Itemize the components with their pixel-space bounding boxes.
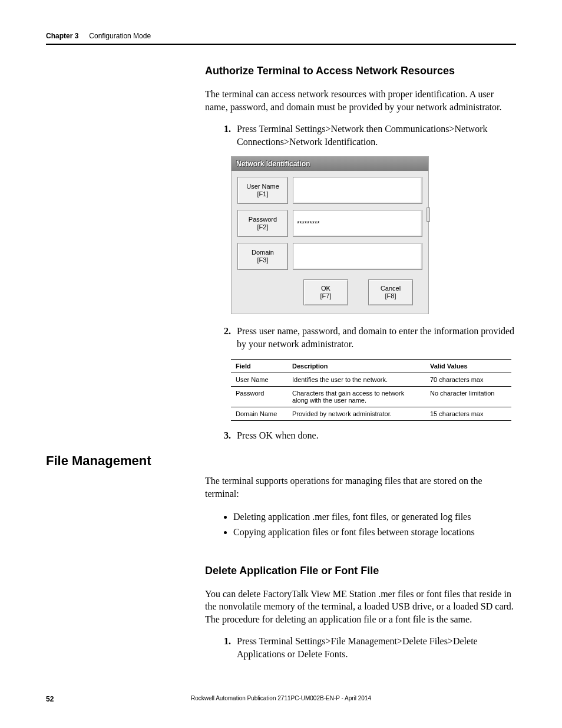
user-name-input[interactable]: [293, 177, 422, 204]
section2-step1: Press Terminal Settings>File Management>…: [233, 635, 516, 660]
page-number: 52: [46, 695, 54, 703]
publication-id: Rockwell Automation Publication 2711PC-U…: [191, 695, 371, 701]
section1-step3: Press OK when done.: [233, 429, 516, 442]
domain-button[interactable]: Domain [F3]: [237, 243, 288, 270]
table-row: User Name Identifies the user to the net…: [231, 373, 511, 386]
th-desc: Description: [287, 359, 425, 373]
chapter-label: Chapter 3: [46, 32, 78, 40]
password-button[interactable]: Password [F2]: [237, 210, 288, 237]
cancel-button[interactable]: Cancel [F8]: [368, 279, 413, 305]
section2-bullets: Deleting application .mer files, font fi…: [205, 509, 516, 539]
bullet-delete: Deleting application .mer files, font fi…: [233, 509, 516, 525]
bullet-copy: Copying application files or font files …: [233, 525, 516, 540]
section-heading-delete: Delete Application File or Font File: [205, 565, 516, 577]
section1-step1: Press Terminal Settings>Network then Com…: [233, 123, 516, 148]
side-heading-file-management: File Management: [46, 453, 151, 469]
section1-step2: Press user name, password, and domain to…: [233, 325, 516, 350]
th-field: Field: [231, 359, 287, 373]
section2-para: You can delete FactoryTalk View ME Stati…: [205, 588, 516, 626]
section2-intro: The terminal supports operations for man…: [205, 475, 516, 500]
table-row: Password Characters that gain access to …: [231, 386, 511, 407]
section1-steps: Press Terminal Settings>Network then Com…: [205, 123, 516, 148]
section1-steps-cont2: Press OK when done.: [205, 429, 516, 442]
section2-steps: Press Terminal Settings>File Management>…: [205, 635, 516, 660]
network-identification-dialog: Network Identification User Name [F1] Pa…: [231, 156, 429, 314]
section1-intro: The terminal can access network resource…: [205, 88, 516, 113]
user-name-button[interactable]: User Name [F1]: [237, 177, 288, 204]
section-heading-authorize: Authorize Terminal to Access Network Res…: [205, 65, 516, 77]
chapter-title: Configuration Mode: [89, 32, 151, 40]
section1-steps-cont: Press user name, password, and domain to…: [205, 325, 516, 350]
scroll-indicator: [427, 207, 430, 222]
domain-input[interactable]: [293, 243, 422, 270]
th-valid: Valid Values: [425, 359, 511, 373]
ok-button[interactable]: OK [F7]: [303, 279, 348, 305]
password-input[interactable]: *********: [293, 210, 422, 237]
dialog-title: Network Identification: [232, 157, 428, 171]
field-table: Field Description Valid Values User Name…: [231, 359, 511, 421]
page-header: Chapter 3 Configuration Mode: [46, 32, 516, 45]
table-row: Domain Name Provided by network administ…: [231, 407, 511, 420]
page-footer: 52 Rockwell Automation Publication 2711P…: [46, 695, 516, 703]
